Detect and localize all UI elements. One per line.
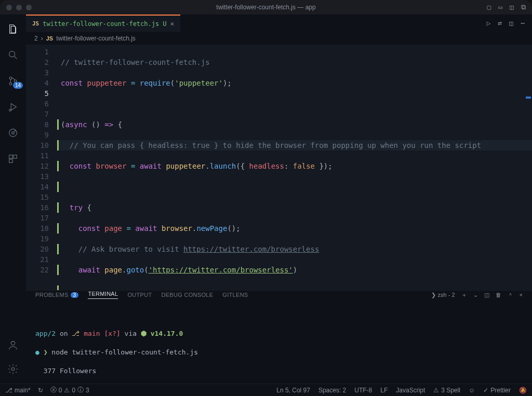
js-icon: JS — [46, 35, 53, 42]
language[interactable]: JavaScript — [396, 387, 425, 394]
svg-point-11 — [11, 367, 15, 371]
terminal-body[interactable]: app/2 on ⎇ main [x?] via ⬢ v14.17.0 ● ❯ … — [26, 299, 532, 396]
more-icon[interactable]: ⋯ — [521, 19, 525, 27]
scm-tab[interactable]: 14 — [1, 71, 25, 91]
eol[interactable]: LF — [380, 387, 388, 394]
run-icon[interactable]: ▷ — [487, 19, 491, 27]
new-terminal-icon[interactable]: ＋ — [461, 291, 467, 299]
branch-indicator[interactable]: ⎇ main* — [5, 387, 31, 394]
gitlens-tab[interactable] — [1, 122, 25, 143]
breadcrumb-folder: 2 — [34, 35, 38, 42]
cursor-pos[interactable]: Ln 5, Col 97 — [276, 387, 310, 394]
bell-icon[interactable]: 🔕 — [519, 387, 527, 394]
svg-rect-7 — [9, 155, 12, 158]
terminal-picker[interactable]: ❯ zsh - 2 — [431, 292, 455, 298]
svg-point-1 — [9, 77, 12, 79]
close-panel-icon[interactable]: × — [520, 292, 523, 298]
explorer-tab[interactable] — [1, 19, 25, 39]
svg-point-0 — [9, 51, 15, 57]
breadcrumb-file: twitter-follower-count-fetch.js — [56, 35, 136, 42]
svg-point-2 — [9, 83, 12, 85]
diff-icon[interactable]: ⇄ — [498, 19, 502, 27]
js-icon: JS — [32, 20, 39, 27]
svg-point-4 — [9, 110, 11, 112]
sync-icon[interactable]: ↻ — [38, 387, 43, 394]
dropdown-icon[interactable]: ⌄ — [473, 292, 478, 298]
overview-ruler[interactable] — [524, 45, 531, 290]
tab-file[interactable]: JS twitter-follower-count-fetch.js U × — [26, 15, 180, 32]
tab-problems[interactable]: PROBLEMS3 — [35, 292, 78, 298]
breadcrumb[interactable]: 2 › JS twitter-follower-count-fetch.js — [26, 32, 532, 45]
tab-terminal[interactable]: TERMINAL — [88, 291, 118, 299]
account-icon[interactable] — [1, 335, 25, 356]
indent[interactable]: Spaces: 2 — [318, 387, 346, 394]
svg-rect-8 — [14, 155, 17, 158]
tab-debug-console[interactable]: DEBUG CONSOLE — [161, 292, 213, 298]
tab-filename: twitter-follower-count-fetch.js — [43, 20, 159, 28]
code-body[interactable]: // twitter-follower-count-fetch.js const… — [55, 45, 532, 290]
svg-point-10 — [11, 342, 15, 345]
diagnostics[interactable]: ⓧ 0 ⚠ 0 ⓘ 3 — [50, 386, 89, 394]
chevron-up-icon[interactable]: ＾ — [508, 291, 513, 299]
encoding[interactable]: UTF-8 — [354, 387, 372, 394]
feedback-icon[interactable]: ☺ — [469, 387, 475, 394]
debug-tab[interactable] — [1, 97, 25, 117]
svg-point-6 — [12, 132, 15, 134]
window-title: twitter-follower-count-fetch.js — app — [0, 4, 532, 11]
code-editor[interactable]: 12345678910111213141516171819202122 // t… — [26, 45, 532, 290]
trash-icon[interactable]: 🗑 — [496, 292, 501, 298]
panel-tabs: PROBLEMS3 TERMINAL OUTPUT DEBUG CONSOLE … — [26, 291, 532, 299]
close-icon[interactable]: × — [170, 20, 174, 28]
extensions-tab[interactable] — [1, 148, 25, 169]
bottom-panel: PROBLEMS3 TERMINAL OUTPUT DEBUG CONSOLE … — [26, 290, 532, 384]
search-tab[interactable] — [1, 45, 25, 65]
spell[interactable]: ⚠ 3 Spell — [433, 387, 460, 394]
split-icon[interactable]: ◫ — [509, 19, 513, 27]
scm-badge: 14 — [13, 82, 23, 89]
svg-rect-9 — [9, 159, 12, 162]
split-terminal-icon[interactable]: ◫ — [484, 292, 489, 298]
tab-output[interactable]: OUTPUT — [127, 292, 152, 298]
tab-gitlens[interactable]: GITLENS — [222, 292, 248, 298]
title-bar: twitter-follower-count-fetch.js — app ▢ … — [0, 0, 532, 15]
prettier[interactable]: ✓ Prettier — [483, 387, 511, 394]
settings-icon[interactable] — [1, 359, 25, 379]
gutter: 12345678910111213141516171819202122 — [26, 45, 55, 290]
tab-modified: U — [163, 20, 166, 28]
activity-bar: 14 — [0, 15, 26, 384]
tabs-row: JS twitter-follower-count-fetch.js U × ▷… — [26, 15, 532, 32]
